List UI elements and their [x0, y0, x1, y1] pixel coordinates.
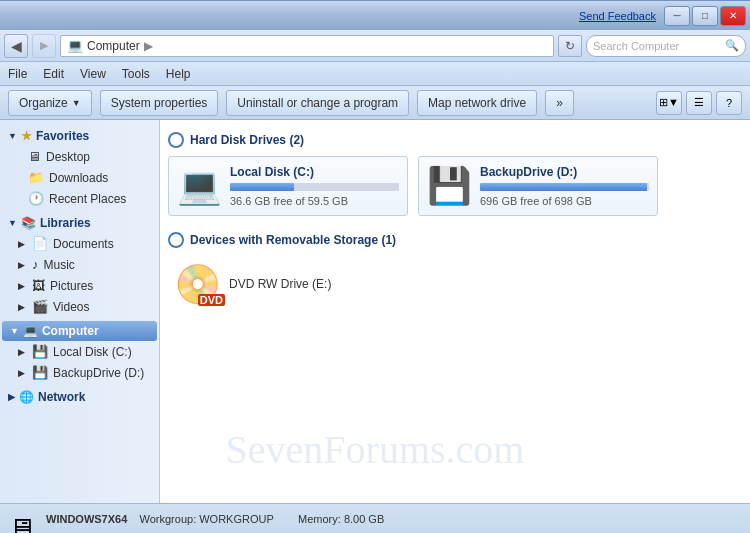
sidebar-item-downloads[interactable]: 📁 Downloads — [0, 167, 159, 188]
sidebar-backup-drive-label: BackupDrive (D:) — [53, 366, 144, 380]
sidebar-desktop-label: Desktop — [46, 150, 90, 164]
drive-backup-d[interactable]: 💾 BackupDrive (D:) 696 GB free of 698 GB — [418, 156, 658, 216]
dvd-drive-name: DVD RW Drive (E:) — [229, 277, 331, 291]
local-disk-c-bar-container — [230, 183, 399, 191]
sidebar-pictures-label: Pictures — [50, 279, 93, 293]
libraries-icon: 📚 — [21, 216, 36, 230]
content-area: Hard Disk Drives (2) 💻 Local Disk (C:) 3… — [160, 120, 750, 503]
music-icon: ♪ — [32, 257, 39, 272]
network-label: Network — [38, 390, 85, 404]
downloads-icon: 📁 — [28, 170, 44, 185]
sidebar-libraries-section: ▼ 📚 Libraries ▶ 📄 Documents ▶ ♪ Music ▶ … — [0, 213, 159, 317]
breadcrumb[interactable]: 💻 Computer ▶ — [60, 35, 554, 57]
sidebar-local-disk-label: Local Disk (C:) — [53, 345, 132, 359]
drives-grid: 💻 Local Disk (C:) 36.6 GB free of 59.5 G… — [168, 156, 742, 216]
backup-drive-d-free: 696 GB free of 698 GB — [480, 195, 649, 207]
map-network-button[interactable]: Map network drive — [417, 90, 537, 116]
status-line-2: Processor: Intel(R) Core(TM)2 Qua... — [46, 529, 384, 534]
libraries-label: Libraries — [40, 216, 91, 230]
menu-edit[interactable]: Edit — [43, 67, 64, 81]
toolbar-right: ⊞▼ ☰ ? — [656, 91, 742, 115]
back-button[interactable]: ◀ — [4, 34, 28, 58]
system-properties-button[interactable]: System properties — [100, 90, 219, 116]
sidebar-downloads-label: Downloads — [49, 171, 108, 185]
sidebar-music-label: Music — [44, 258, 75, 272]
backup-drive-d-bar-fill — [480, 183, 647, 191]
local-disk-c-name: Local Disk (C:) — [230, 165, 399, 179]
sidebar-libraries-header[interactable]: ▼ 📚 Libraries — [0, 213, 159, 233]
sidebar-item-pictures[interactable]: ▶ 🖼 Pictures — [0, 275, 159, 296]
dvd-icon-wrapper: 📀 DVD — [174, 262, 221, 306]
sidebar-item-desktop[interactable]: 🖥 Desktop — [0, 146, 159, 167]
breadcrumb-text: Computer — [87, 39, 140, 53]
local-disk-c-icon: 💻 — [177, 168, 222, 204]
window-controls: ─ □ ✕ — [664, 6, 746, 26]
status-hostname: WINDOWS7X64 — [46, 513, 127, 525]
sidebar-videos-label: Videos — [53, 300, 89, 314]
libraries-arrow: ▼ — [8, 218, 17, 228]
favorites-star-icon: ★ — [21, 129, 32, 143]
music-arrow: ▶ — [18, 260, 25, 270]
close-button[interactable]: ✕ — [720, 6, 746, 26]
change-view-button[interactable]: ⊞▼ — [656, 91, 682, 115]
backup-drive-d-icon: 💾 — [427, 168, 472, 204]
sidebar-item-videos[interactable]: ▶ 🎬 Videos — [0, 296, 159, 317]
help-button[interactable]: ? — [716, 91, 742, 115]
status-workgroup: Workgroup: WORKGROUP — [140, 513, 274, 525]
removable-section-label: Devices with Removable Storage (1) — [190, 233, 396, 247]
search-placeholder: Search Computer — [593, 40, 721, 52]
search-box[interactable]: Search Computer 🔍 — [586, 35, 746, 57]
search-icon: 🔍 — [725, 39, 739, 52]
removable-section-header: Devices with Removable Storage (1) — [168, 232, 742, 248]
sidebar-item-recent-places[interactable]: 🕐 Recent Places — [0, 188, 159, 209]
documents-icon: 📄 — [32, 236, 48, 251]
send-feedback-link[interactable]: Send Feedback — [579, 10, 656, 22]
address-bar: ◀ ▶ 💻 Computer ▶ ↻ Search Computer 🔍 — [0, 30, 750, 62]
minimize-button[interactable]: ─ — [664, 6, 690, 26]
dvd-drive-e[interactable]: 📀 DVD DVD RW Drive (E:) — [168, 256, 742, 312]
menu-file[interactable]: File — [8, 67, 27, 81]
breadcrumb-computer-icon: 💻 — [67, 38, 83, 53]
computer-label: Computer — [42, 324, 99, 338]
pictures-arrow: ▶ — [18, 281, 25, 291]
hard-disk-section-label: Hard Disk Drives (2) — [190, 133, 304, 147]
more-button[interactable]: » — [545, 90, 574, 116]
network-arrow: ▶ — [8, 392, 15, 402]
sidebar-item-local-disk[interactable]: ▶ 💾 Local Disk (C:) — [0, 341, 159, 362]
dvd-label-badge: DVD — [198, 294, 225, 306]
maximize-button[interactable]: □ — [692, 6, 718, 26]
videos-arrow: ▶ — [18, 302, 25, 312]
backup-drive-d-name: BackupDrive (D:) — [480, 165, 649, 179]
sidebar-favorites-header[interactable]: ▼ ★ Favorites — [0, 126, 159, 146]
menu-view[interactable]: View — [80, 67, 106, 81]
local-disk-arrow: ▶ — [18, 347, 25, 357]
drive-local-disk-c[interactable]: 💻 Local Disk (C:) 36.6 GB free of 59.5 G… — [168, 156, 408, 216]
recent-places-icon: 🕐 — [28, 191, 44, 206]
sidebar-computer-header[interactable]: ▼ 💻 Computer — [2, 321, 157, 341]
menu-help[interactable]: Help — [166, 67, 191, 81]
sidebar-network-section: ▶ 🌐 Network — [0, 387, 159, 407]
computer-header-icon: 💻 — [23, 324, 38, 338]
favorites-arrow: ▼ — [8, 131, 17, 141]
documents-arrow: ▶ — [18, 239, 25, 249]
toolbar: Organize ▼ System properties Uninstall o… — [0, 86, 750, 120]
sidebar-item-backup-drive[interactable]: ▶ 💾 BackupDrive (D:) — [0, 362, 159, 383]
sidebar-item-documents[interactable]: ▶ 📄 Documents — [0, 233, 159, 254]
local-disk-c-free: 36.6 GB free of 59.5 GB — [230, 195, 399, 207]
network-icon: 🌐 — [19, 390, 34, 404]
sidebar: ▼ ★ Favorites 🖥 Desktop 📁 Downloads 🕐 Re… — [0, 120, 160, 503]
sidebar-item-music[interactable]: ▶ ♪ Music — [0, 254, 159, 275]
refresh-button[interactable]: ↻ — [558, 35, 582, 57]
local-disk-c-bar-fill — [230, 183, 294, 191]
main-layout: ▼ ★ Favorites 🖥 Desktop 📁 Downloads 🕐 Re… — [0, 120, 750, 503]
uninstall-button[interactable]: Uninstall or change a program — [226, 90, 409, 116]
forward-button[interactable]: ▶ — [32, 34, 56, 58]
menu-tools[interactable]: Tools — [122, 67, 150, 81]
videos-icon: 🎬 — [32, 299, 48, 314]
sidebar-documents-label: Documents — [53, 237, 114, 251]
sidebar-network-header[interactable]: ▶ 🌐 Network — [0, 387, 159, 407]
menu-bar: File Edit View Tools Help — [0, 62, 750, 86]
organize-button[interactable]: Organize ▼ — [8, 90, 92, 116]
details-pane-button[interactable]: ☰ — [686, 91, 712, 115]
pictures-icon: 🖼 — [32, 278, 45, 293]
